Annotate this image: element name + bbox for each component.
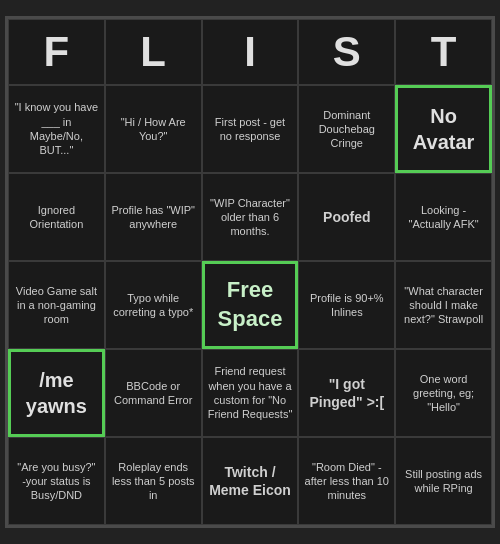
bingo-cell-16[interactable]: BBCode or Command Error <box>105 349 202 437</box>
bingo-cell-20[interactable]: "Are you busy?" -your status is Busy/DND <box>8 437 105 525</box>
header-letter-i: I <box>202 19 299 85</box>
bingo-cell-24[interactable]: Still posting ads while RPing <box>395 437 492 525</box>
bingo-cell-9[interactable]: Looking - "Actually AFK" <box>395 173 492 261</box>
bingo-cell-4[interactable]: No Avatar <box>395 85 492 173</box>
bingo-grid: "I know you have ___ in Maybe/No, BUT...… <box>8 85 492 525</box>
bingo-cell-21[interactable]: Roleplay ends less than 5 posts in <box>105 437 202 525</box>
bingo-cell-17[interactable]: Friend request when you have a custom fo… <box>202 349 299 437</box>
bingo-cell-18[interactable]: "I got Pinged" >:[ <box>298 349 395 437</box>
bingo-header: FLIST <box>8 19 492 85</box>
bingo-cell-19[interactable]: One word greeting, eg; "Hello" <box>395 349 492 437</box>
bingo-cell-11[interactable]: Typo while correting a typo* <box>105 261 202 349</box>
bingo-cell-23[interactable]: "Room Died" - after less than 10 minutes <box>298 437 395 525</box>
header-letter-t: T <box>395 19 492 85</box>
bingo-cell-12[interactable]: Free Space <box>202 261 299 349</box>
bingo-cell-8[interactable]: Poofed <box>298 173 395 261</box>
bingo-cell-10[interactable]: Video Game salt in a non-gaming room <box>8 261 105 349</box>
bingo-cell-22[interactable]: Twitch / Meme Eicon <box>202 437 299 525</box>
header-letter-s: S <box>298 19 395 85</box>
bingo-cell-5[interactable]: Ignored Orientation <box>8 173 105 261</box>
bingo-cell-1[interactable]: "Hi / How Are You?" <box>105 85 202 173</box>
header-letter-l: L <box>105 19 202 85</box>
bingo-cell-0[interactable]: "I know you have ___ in Maybe/No, BUT...… <box>8 85 105 173</box>
bingo-cell-6[interactable]: Profile has "WIP" anywhere <box>105 173 202 261</box>
bingo-cell-15[interactable]: /me yawns <box>8 349 105 437</box>
bingo-cell-2[interactable]: First post - get no response <box>202 85 299 173</box>
bingo-cell-3[interactable]: Dominant Douchebag Cringe <box>298 85 395 173</box>
bingo-card: FLIST "I know you have ___ in Maybe/No, … <box>5 16 495 528</box>
bingo-cell-7[interactable]: "WIP Character" older than 6 months. <box>202 173 299 261</box>
bingo-cell-14[interactable]: "What character should I make next?" Str… <box>395 261 492 349</box>
bingo-cell-13[interactable]: Profile is 90+% Inlines <box>298 261 395 349</box>
header-letter-f: F <box>8 19 105 85</box>
